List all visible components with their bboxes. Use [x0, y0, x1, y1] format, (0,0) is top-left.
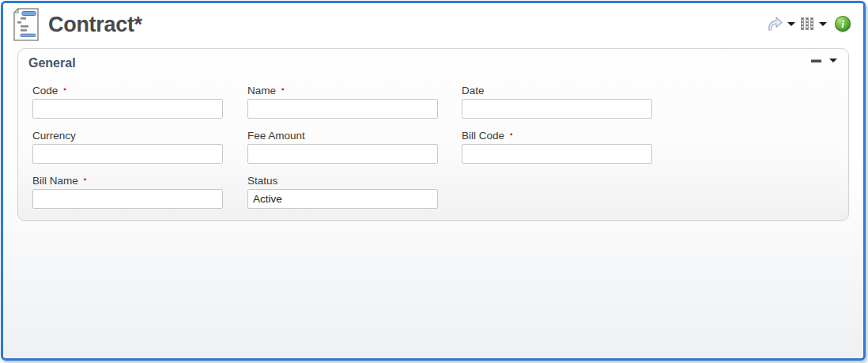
header-toolbar: i [766, 16, 851, 32]
chevron-down-icon [787, 22, 795, 26]
general-form: Code▪ Name▪ Date Currency Fee Amount [18, 79, 848, 209]
field-fee-amount: Fee Amount [247, 130, 438, 164]
field-label: Bill Code [462, 130, 504, 142]
field-label: Bill Name [32, 175, 78, 187]
section-controls [811, 59, 837, 62]
field-label: Currency [32, 130, 76, 142]
bill-name-input[interactable] [32, 189, 223, 209]
column-chooser-icon [801, 17, 815, 30]
fee-amount-input[interactable] [247, 144, 438, 164]
general-section: General Code▪ Name▪ D [17, 48, 849, 221]
field-label: Status [247, 175, 277, 187]
required-marker: ▪ [84, 175, 87, 183]
chevron-down-icon [819, 22, 827, 26]
currency-input[interactable] [32, 144, 223, 164]
field-status: Status [247, 175, 438, 209]
field-label: Fee Amount [247, 130, 305, 142]
field-bill-code: Bill Code▪ [462, 130, 652, 164]
field-label: Code [32, 85, 58, 96]
column-chooser-button[interactable] [801, 17, 827, 30]
navigate-arrow-icon [766, 16, 783, 32]
required-marker: ▪ [510, 130, 513, 138]
field-currency: Currency [32, 130, 223, 164]
code-input[interactable] [32, 99, 223, 119]
contract-window: Contract* i Genera [1, 1, 866, 361]
collapse-minus-icon[interactable] [811, 59, 821, 62]
chevron-down-icon [829, 59, 837, 62]
section-menu-button[interactable] [829, 59, 837, 62]
screenshot-stage: Contract* i Genera [0, 0, 868, 363]
window-header: Contract* i [3, 3, 863, 46]
required-marker: ▪ [281, 85, 285, 93]
required-marker: ▪ [63, 85, 66, 93]
bill-code-input[interactable] [462, 144, 652, 164]
navigate-arrow-button[interactable] [766, 16, 795, 32]
status-input[interactable] [247, 189, 438, 209]
field-date: Date [462, 85, 652, 119]
contract-document-icon [11, 8, 41, 41]
name-input[interactable] [247, 99, 438, 119]
date-input[interactable] [462, 99, 652, 119]
field-code: Code▪ [32, 85, 223, 119]
field-label: Date [462, 85, 485, 96]
info-icon[interactable]: i [835, 16, 851, 32]
page-title: Contract* [48, 13, 142, 37]
field-bill-name: Bill Name▪ [32, 175, 223, 209]
general-section-header: General [18, 49, 848, 79]
field-name: Name▪ [247, 85, 438, 119]
field-label: Name [247, 85, 276, 96]
section-title: General [28, 56, 76, 70]
